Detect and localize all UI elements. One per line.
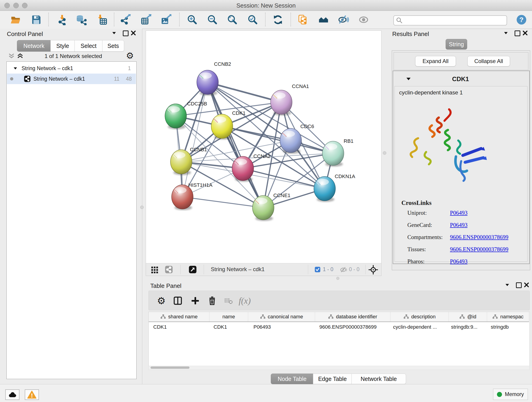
column-header--id[interactable]: @id xyxy=(449,312,487,322)
column-header-canonical-name[interactable]: canonical name xyxy=(248,312,315,322)
network-collection-row[interactable]: String Network – cdk1 1 xyxy=(7,63,136,74)
export-table-button[interactable] xyxy=(139,14,152,26)
first-neighbors-button[interactable] xyxy=(317,14,330,26)
network-edge[interactable] xyxy=(182,82,208,197)
export-image-button[interactable] xyxy=(159,14,172,26)
export-network-icon xyxy=(120,14,131,25)
import-database-button[interactable] xyxy=(75,14,88,26)
zoom-in-button[interactable] xyxy=(186,14,198,26)
column-header-database-identifier[interactable]: database identifier xyxy=(315,312,390,322)
tab-edge-table[interactable]: Edge Table xyxy=(313,374,352,384)
crosslink-value-link[interactable]: P06493 xyxy=(450,258,467,265)
table-cell[interactable]: cyclin-dependent ... xyxy=(389,322,447,332)
column-header-name[interactable]: name xyxy=(209,312,248,322)
zoom-selected-icon xyxy=(247,14,258,25)
import-network-button[interactable] xyxy=(56,14,69,26)
birdseye-view-icon[interactable] xyxy=(188,265,197,275)
collapse-all-button[interactable]: Collapse All xyxy=(467,56,510,66)
table-settings-gear-icon[interactable]: ⚙ xyxy=(155,294,167,307)
network-node-CDKN1A[interactable]: CDKN1A xyxy=(314,173,355,202)
column-header-shared-name[interactable]: shared name xyxy=(149,312,209,322)
clone-network-button[interactable] xyxy=(297,14,309,26)
show-columns-icon[interactable] xyxy=(172,294,184,307)
table-cell[interactable]: CDK1 xyxy=(209,322,249,332)
network-row[interactable]: String Network – cdk1 11 48 xyxy=(7,74,136,84)
network-node-CDK1[interactable]: CDK1 xyxy=(211,110,246,140)
table-cell[interactable]: 9606.ENSP00000378699 xyxy=(315,322,389,332)
collection-expand-icon[interactable] xyxy=(14,67,17,70)
grid-view-icon[interactable] xyxy=(150,265,159,275)
expand-all-icon[interactable] xyxy=(17,52,23,59)
refresh-button[interactable] xyxy=(272,14,284,26)
delete-column-trash-icon[interactable] xyxy=(206,294,218,307)
cloud-status-button[interactable] xyxy=(5,389,19,400)
table-cell[interactable]: CDK1 xyxy=(149,322,209,332)
table-panel-float-icon[interactable] xyxy=(505,284,509,286)
tab-network-table[interactable]: Network Table xyxy=(351,374,406,384)
network-node-CCNB2[interactable]: CCNB2 xyxy=(197,61,231,96)
results-panel-float-icon[interactable] xyxy=(504,32,507,34)
save-button[interactable] xyxy=(30,14,43,26)
network-edge[interactable] xyxy=(222,126,333,153)
hide-eye-icon xyxy=(338,14,349,25)
network-view-canvas[interactable]: CCNB2 CCNA1 CDC25B CDK1 CDC6 RB1 CCNB1 xyxy=(146,31,381,264)
import-table-button[interactable] xyxy=(96,14,109,26)
memory-button[interactable]: Memory xyxy=(493,389,528,400)
table-cell[interactable]: stringdb xyxy=(486,322,529,332)
warnings-button[interactable] xyxy=(25,389,39,400)
results-panel-close-icon[interactable] xyxy=(522,30,528,36)
fit-content-crosshair-icon[interactable] xyxy=(368,265,378,276)
tab-string[interactable]: String xyxy=(446,39,467,50)
zoom-fit-button[interactable] xyxy=(226,14,239,26)
footer-separator xyxy=(365,265,366,274)
table-row[interactable]: CDK1CDK1P064939606.ENSP00000378699cyclin… xyxy=(149,322,529,332)
vertical-splitter-handle[interactable] xyxy=(140,206,144,209)
tab-select[interactable]: Select xyxy=(75,40,103,51)
network-share-view-icon[interactable] xyxy=(164,265,173,275)
crosslink-value-link[interactable]: P06493 xyxy=(450,222,467,228)
search-input[interactable] xyxy=(404,16,503,24)
zoom-selected-button[interactable] xyxy=(246,14,259,26)
open-folder-button[interactable] xyxy=(9,14,22,26)
column-header-description[interactable]: description xyxy=(390,312,449,322)
node-table[interactable]: shared namename canonical name database … xyxy=(148,312,530,366)
crosslink-value-link[interactable]: 9606.ENSP00000378699 xyxy=(450,246,508,253)
network-node-HIST1H1A[interactable]: HIST1H1A xyxy=(172,182,212,210)
table-cell[interactable]: stringdb:9... xyxy=(447,322,486,332)
export-network-button[interactable] xyxy=(119,14,132,26)
show-eye-button[interactable] xyxy=(357,14,370,26)
help-icon: ? xyxy=(516,14,527,25)
selected-checkbox-icon[interactable] xyxy=(315,267,321,274)
table-panel-maximize-icon[interactable] xyxy=(516,282,522,288)
results-panel-maximize-icon[interactable] xyxy=(515,31,520,36)
crosslink-value-link[interactable]: P06493 xyxy=(450,210,467,216)
column-header-namespac[interactable]: namespac xyxy=(487,312,529,322)
control-panel-close-icon[interactable] xyxy=(131,30,136,36)
hide-eye-button[interactable] xyxy=(337,14,350,26)
protein-section-collapse-icon[interactable] xyxy=(406,78,411,80)
help-button[interactable]: ? xyxy=(515,14,528,26)
canvas-splitter-handle[interactable] xyxy=(383,151,386,155)
expand-all-button[interactable]: Expand All xyxy=(415,56,456,66)
network-selection-status: 1 of 1 Network selected xyxy=(27,53,119,59)
network-node-RB1[interactable]: RB1 xyxy=(322,138,354,167)
network-node-CCNE1[interactable]: CCNE1 xyxy=(253,192,291,221)
search-box[interactable] xyxy=(393,15,507,26)
collapse-all-icon[interactable] xyxy=(8,52,15,59)
table-cell[interactable]: P06493 xyxy=(249,322,315,332)
network-node-CDC6[interactable]: CDC6 xyxy=(280,123,314,154)
add-column-icon[interactable] xyxy=(189,294,201,307)
tab-style[interactable]: Style xyxy=(51,40,75,51)
scrollbar-thumb[interactable] xyxy=(151,366,190,369)
control-panel-maximize-icon[interactable] xyxy=(123,31,128,36)
table-panel-close-icon[interactable] xyxy=(524,282,529,288)
zoom-out-button[interactable] xyxy=(206,14,219,26)
tab-node-table[interactable]: Node Table xyxy=(271,374,313,384)
network-options-gear-icon[interactable]: ⚙ xyxy=(126,51,134,61)
table-horizontal-scrollbar[interactable] xyxy=(148,366,530,370)
crosslink-value-link[interactable]: 9606.ENSP00000378699 xyxy=(450,234,508,240)
tab-network[interactable]: Network xyxy=(17,40,51,51)
network-edge[interactable] xyxy=(182,197,263,208)
tab-sets[interactable]: Sets xyxy=(102,40,124,51)
control-panel-float-icon[interactable] xyxy=(112,32,116,34)
